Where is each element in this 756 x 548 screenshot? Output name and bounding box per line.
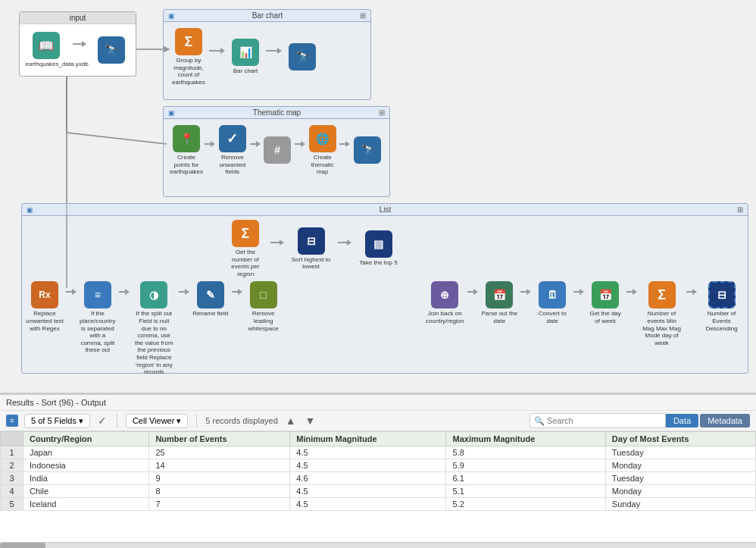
cell-1: India <box>23 472 149 485</box>
top5-node[interactable]: ▤ Take the top 5 <box>354 230 403 267</box>
arrow-m3 <box>179 289 189 295</box>
barchart-icon: 📊 <box>232 39 259 66</box>
barchart-expand[interactable]: ⊞ <box>360 11 366 20</box>
col-max-mag: Maximum Magnitude <box>446 432 605 446</box>
parse-date-node[interactable]: 📅 Parse out the date <box>480 281 518 324</box>
cell-1: Iceland <box>23 498 149 511</box>
cell-4: 6.1 <box>446 472 605 485</box>
binoculars-bc-icon: 🔭 <box>289 43 316 70</box>
cell-0: 4 <box>1 485 23 498</box>
input-icon: 📖 <box>33 32 60 59</box>
thematic-title: ▣ Thematic map ⊞ <box>164 107 389 119</box>
arrow-m5 <box>467 289 478 295</box>
results-table: Country/Region Number of Events Minimum … <box>0 431 756 511</box>
list-title: ▣ List ⊞ <box>22 204 748 216</box>
metadata-button[interactable]: Metadata <box>700 414 750 427</box>
sigma3-node[interactable]: Σ Number of events Min Mag Max Mag Mode … <box>639 281 684 346</box>
left-side-icon: ≡ <box>6 415 18 427</box>
scroll-thumb[interactable] <box>0 543 45 548</box>
data-button[interactable]: Data <box>666 414 698 427</box>
sigma2-icon: Σ <box>232 220 259 247</box>
results-title: Results - Sort (96) - Output <box>6 398 106 407</box>
cell-4: 5.8 <box>446 446 605 459</box>
cell-viewer-dropdown[interactable]: Cell Viewer ▾ <box>126 414 188 428</box>
join-label: Join back on country/region <box>424 310 465 324</box>
cell-5: Tuesday <box>605 472 755 485</box>
cell-1: Chile <box>23 485 149 498</box>
sigma2-node[interactable]: Σ Get the number of events per region <box>223 220 268 277</box>
arrow-tm1 <box>205 141 215 147</box>
cell-0: 5 <box>1 498 23 511</box>
svg-line-2 <box>67 133 167 144</box>
top5-label: Take the top 5 <box>359 259 397 267</box>
barchart-nodes-row: Σ Group by magnitude, count of earthquak… <box>164 22 370 92</box>
hash-node[interactable]: # <box>262 136 293 164</box>
split-label: If the split out Field is null due to no… <box>133 310 175 375</box>
whitespace-node[interactable]: □ Remove leading whitespace <box>245 281 283 332</box>
regex-node[interactable]: Rx Replace unwanted text with Regex <box>26 281 64 332</box>
convert-label: Convert to date <box>533 310 571 324</box>
binoculars-icon: 🔭 <box>98 36 125 64</box>
input-node[interactable]: 📖 earthquakes_data.yxdb <box>27 32 65 68</box>
cell-5: Monday <box>605 485 755 498</box>
output-node[interactable]: ⊟ Number of Events Descending <box>699 281 744 332</box>
arrow-m8 <box>626 289 637 295</box>
fields-check-btn[interactable]: ✓ <box>96 415 108 427</box>
arrow-l2 <box>338 240 351 246</box>
search-input[interactable] <box>530 413 666 428</box>
list-box: ▣ List ⊞ Σ Get the number of events per … <box>21 203 748 374</box>
records-up-btn[interactable]: ▲ <box>284 415 298 427</box>
viewer-label: Cell Viewer <box>133 416 174 425</box>
barchart-icon-node[interactable]: 📊 Bar chart <box>226 39 264 75</box>
binoculars-bc-node[interactable]: 🔭 <box>283 43 321 70</box>
hash-icon: # <box>264 136 291 164</box>
thematic-expand[interactable]: ⊞ <box>379 108 385 117</box>
bottom-panel: Results - Sort (96) - Output ≡ 5 of 5 Fi… <box>0 394 756 548</box>
split-node[interactable]: ◑ If the split out Field is null due to … <box>132 281 177 375</box>
parse-date-label: Parse out the date <box>480 310 518 324</box>
rename-node[interactable]: ✎ Rename field <box>192 281 230 318</box>
fields-dropdown[interactable]: 5 of 5 Fields ▾ <box>24 414 90 428</box>
binoculars-node[interactable]: 🔭 <box>94 36 128 64</box>
dayofweek-node[interactable]: 📅 Get the day of week <box>586 281 624 324</box>
arrow-m1 <box>66 289 77 295</box>
table-header-row: Country/Region Number of Events Minimum … <box>1 432 756 446</box>
table-node[interactable]: ≡ If the place/country is separated with… <box>79 281 117 354</box>
cell-2: 8 <box>149 485 290 498</box>
pin-node[interactable]: 📍 Create points for earthquakes <box>170 125 203 176</box>
regex-icon: Rx <box>31 281 58 308</box>
sigma-node[interactable]: Σ Group by magnitude, count of earthquak… <box>170 28 208 86</box>
binoculars-tm-node[interactable]: 🔭 <box>351 136 383 164</box>
arrow-bc1 <box>209 48 225 54</box>
check-node[interactable]: ✓ Remove unwanted fields <box>217 125 248 176</box>
scroll-bar[interactable] <box>0 542 756 548</box>
cell-2: 9 <box>149 472 290 485</box>
toolbar-bar: ≡ 5 of 5 Fields ▾ ✓ Cell Viewer ▾ 5 reco… <box>0 411 756 431</box>
barchart-title: ▣ Bar chart ⊞ <box>164 10 370 22</box>
output-icon: ⊟ <box>708 281 736 308</box>
convert-node[interactable]: 🗓 Convert to date <box>533 281 571 324</box>
globe-node[interactable]: 🌐 Create thematic map <box>307 125 338 176</box>
whitespace-icon: □ <box>250 281 277 308</box>
arrow-m2 <box>119 289 130 295</box>
join-node[interactable]: ⊕ Join back on country/region <box>424 281 465 324</box>
regex-label: Replace unwanted text with Regex <box>26 310 64 332</box>
input-box: input 📖 earthquakes_data.yxdb 🔭 <box>19 11 136 77</box>
list-main-flow: Rx Replace unwanted text with Regex ≡ If… <box>26 281 744 375</box>
table-row: 4Chile84.55.1Monday <box>1 485 756 498</box>
list-expand[interactable]: ⊞ <box>737 205 743 214</box>
cell-1: Japan <box>23 446 149 459</box>
col-day: Day of Most Events <box>605 432 755 446</box>
sigma2-label: Get the number of events per region <box>225 249 267 277</box>
sort-node[interactable]: ⊟ Sort highest to lowest <box>286 227 336 271</box>
rename-icon: ✎ <box>197 281 224 308</box>
arrow-m7 <box>573 289 584 295</box>
sort-icon: ⊟ <box>298 227 325 255</box>
cell-0: 2 <box>1 459 23 472</box>
barchart-box: ▣ Bar chart ⊞ Σ Group by magnitude, coun… <box>163 9 371 100</box>
table-row: 3India94.66.1Tuesday <box>1 472 756 485</box>
records-down-btn[interactable]: ▼ <box>304 415 317 427</box>
input-file-label: earthquakes_data.yxdb <box>26 61 67 68</box>
table-body: 1Japan254.55.8Tuesday2Indonesia144.55.9M… <box>1 446 756 511</box>
cell-2: 25 <box>149 446 290 459</box>
